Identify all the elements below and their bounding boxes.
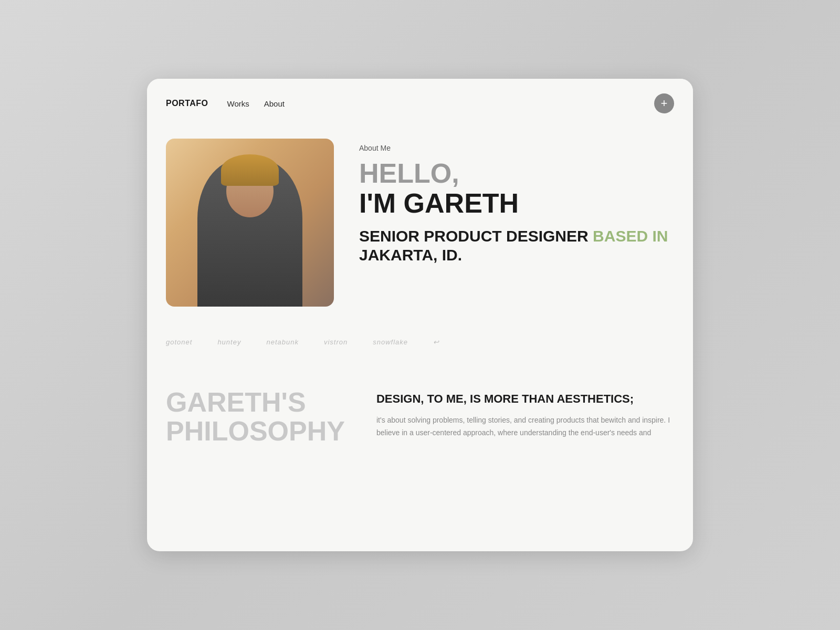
greeting-line1: HELLO, <box>359 159 674 188</box>
brand-2: netabunk <box>266 338 299 346</box>
nav-links: Works About <box>227 99 285 108</box>
plus-button[interactable]: + <box>654 93 674 113</box>
subtitle-part2: JAKARTA, ID. <box>359 246 462 264</box>
philosophy-heading: DESIGN, TO ME, IS MORE THAN AESTHETICS; <box>376 392 674 406</box>
main-card: PORTAFO Works About + About Me HELLO, I'… <box>147 79 693 551</box>
brand-4: snowflake <box>373 338 408 346</box>
hero-title: HELLO, I'M GARETH <box>359 159 674 218</box>
profile-image <box>166 139 334 307</box>
about-label: About Me <box>359 144 674 152</box>
brand-5: ↩ <box>433 338 439 346</box>
brand-1: huntey <box>217 338 241 346</box>
brand-3: vistron <box>324 338 348 346</box>
brands-section: gotonet huntey netabunk vistron snowflak… <box>147 328 693 367</box>
philosophy-title-block: GARETH'S PHILOSOPHY <box>166 388 345 445</box>
navbar: PORTAFO Works About + <box>147 79 693 128</box>
nav-works[interactable]: Works <box>227 99 249 108</box>
hero-content: About Me HELLO, I'M GARETH SENIOR PRODUC… <box>359 139 674 265</box>
philosophy-title: GARETH'S PHILOSOPHY <box>166 388 345 445</box>
hero-subtitle: SENIOR PRODUCT DESIGNER BASED IN JAKARTA… <box>359 227 674 265</box>
nav-about[interactable]: About <box>264 99 285 108</box>
philosophy-line1: GARETH'S <box>166 388 345 417</box>
philosophy-line2: PHILOSOPHY <box>166 417 345 446</box>
philosophy-content: DESIGN, TO ME, IS MORE THAN AESTHETICS; … <box>376 388 674 439</box>
hat-decoration <box>221 154 279 186</box>
logo[interactable]: PORTAFO <box>166 99 208 108</box>
philosophy-section: GARETH'S PHILOSOPHY DESIGN, TO ME, IS MO… <box>147 367 693 466</box>
philosophy-text: it's about solving problems, telling sto… <box>376 414 674 439</box>
greeting-line2: I'M GARETH <box>359 188 674 218</box>
brand-0: gotonet <box>166 338 192 346</box>
hero-section: About Me HELLO, I'M GARETH SENIOR PRODUC… <box>147 128 693 328</box>
subtitle-highlight: BASED IN <box>593 227 668 245</box>
subtitle-part1: SENIOR PRODUCT DESIGNER <box>359 227 593 245</box>
